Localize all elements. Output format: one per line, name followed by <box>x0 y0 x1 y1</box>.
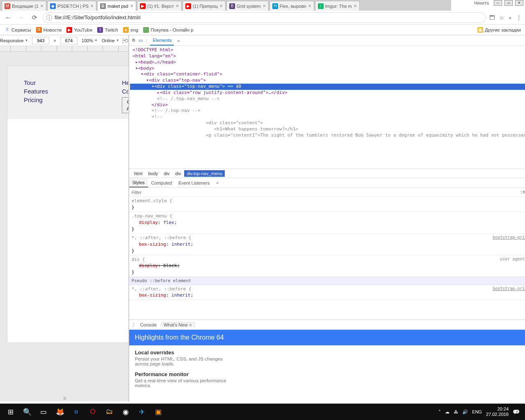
browser-tab[interactable]: ◆PSDETCH | PS✕ <box>47 1 96 11</box>
whatsnew-item-desc: Persist your HTML, CSS, and JS changes a… <box>135 356 233 366</box>
taskview-icon[interactable]: ▭ <box>35 404 52 420</box>
bookmark-apps[interactable]: ⠿Сервисы <box>4 27 31 33</box>
event-listeners-tab[interactable]: Event Listeners <box>175 178 213 187</box>
drawer-tab-whatsnew[interactable]: What's New ✕ <box>161 322 195 327</box>
info-icon[interactable]: i <box>46 15 52 21</box>
bookmark-item[interactable]: ЯНовости <box>36 27 62 33</box>
bookmark-item[interactable]: 🛒Покупка - Онлайн р <box>143 27 193 33</box>
explorer-icon[interactable]: 🗂 <box>101 404 117 420</box>
nav-link-help[interactable]: Help <box>122 78 128 87</box>
whatsnew-item-desc: Get a real-time view of various performa… <box>135 378 233 388</box>
styles-filter-input[interactable] <box>132 190 518 195</box>
tray-onedrive-icon[interactable]: ☁ <box>445 409 450 415</box>
profile-icon[interactable]: ● <box>509 14 512 21</box>
back-button[interactable]: ← <box>3 13 13 23</box>
dom-tree[interactable]: <!DOCTYPE html> <html lang="en"> ▸<head>… <box>129 46 525 169</box>
minimize-button[interactable]: — <box>494 0 502 6</box>
opera-icon[interactable]: O <box>84 404 101 420</box>
youtube-icon: ▶ <box>66 27 72 33</box>
star-bookmark-icon[interactable]: ☆ <box>499 14 504 21</box>
other-bookmarks[interactable]: ▣Другие закладки <box>477 27 521 33</box>
url-input[interactable] <box>55 14 482 21</box>
brand-logo: NEWPROVIDENCE <box>24 69 128 77</box>
edge-icon[interactable]: e <box>68 404 84 420</box>
close-icon[interactable]: ✕ <box>40 4 43 8</box>
chevron-down-icon: ▼ <box>94 39 98 42</box>
search-icon[interactable]: 🔍 <box>19 404 35 420</box>
bookmarks-bar: ⠿Сервисы ЯНовости ▶YouTube tTwitch ●eng … <box>0 25 525 35</box>
chrome-icon[interactable]: ◉ <box>117 404 134 420</box>
maximize-button[interactable]: ▭ <box>504 0 513 6</box>
dom-breadcrumb[interactable]: html body div div div.top-nav_menu <box>129 169 525 178</box>
bookmark-item[interactable]: ●eng <box>123 27 138 33</box>
more-tabs-icon[interactable]: » <box>177 38 180 43</box>
devtools-panel: ⟰ ▭ | Elements » ▲2 ⋮ ✕ <!DOCTYPE html> … <box>129 35 525 402</box>
close-icon[interactable]: ✕ <box>308 4 311 8</box>
browser-tab[interactable]: BGrid system✕ <box>226 1 269 11</box>
more-tabs-icon[interactable]: » <box>213 178 222 187</box>
folder-icon: ▣ <box>477 27 483 33</box>
close-icon[interactable]: ✕ <box>176 4 179 8</box>
menu-icon[interactable]: ⋮ <box>516 14 522 21</box>
start-button[interactable]: ⊞ <box>2 404 19 420</box>
browser-tab[interactable]: ▶(1) Препроц✕ <box>183 1 226 11</box>
forward-button[interactable]: → <box>16 13 26 23</box>
resize-handle-icon[interactable]: ≡ <box>63 395 65 402</box>
bookmark-item[interactable]: tTwitch <box>97 27 118 33</box>
close-icon[interactable]: ✕ <box>262 4 266 8</box>
close-icon[interactable]: ✕ <box>219 4 223 8</box>
drawer-tab-console[interactable]: Console <box>138 322 159 327</box>
chevron-down-icon: ▼ <box>116 39 119 42</box>
computed-tab[interactable]: Computed <box>148 178 176 187</box>
whatsnew-item-title[interactable]: Performance monitor <box>135 371 525 377</box>
device-select[interactable]: Responsive▼ <box>0 38 28 43</box>
styles-tab[interactable]: Styles <box>129 178 148 187</box>
close-icon[interactable]: ✕ <box>189 323 192 327</box>
translate-icon[interactable]: 🗔 <box>489 14 495 21</box>
throttle-select[interactable]: Online▼ <box>102 38 119 43</box>
pseudo-header: Pseudo ::before element <box>129 277 525 285</box>
get-app-button[interactable]: Get App <box>122 97 128 113</box>
action-center-icon[interactable]: 💬6 <box>513 409 518 415</box>
nav-link-features[interactable]: Features <box>24 87 48 96</box>
device-toggle-icon[interactable]: ▭ <box>139 38 143 43</box>
browser-tab[interactable]: MВходящие (1✕ <box>2 1 46 11</box>
news-icon: Я <box>36 27 42 33</box>
more-icon[interactable]: ⋮ <box>120 37 126 44</box>
reload-button[interactable]: ⟳ <box>30 13 39 23</box>
drawer-menu-icon[interactable]: ⋮ <box>132 322 136 327</box>
close-icon[interactable]: ✕ <box>354 4 357 8</box>
tray-chevron-icon[interactable]: ˄ <box>438 409 441 415</box>
bookmark-item[interactable]: ▶YouTube <box>66 27 92 33</box>
zoom-select[interactable]: 100%▼ <box>82 38 98 43</box>
browser-tab[interactable]: iImgur: The m✕ <box>315 1 360 11</box>
hov-toggle[interactable]: :hov <box>520 189 525 195</box>
whatsnew-item-title[interactable]: Local overrides <box>135 349 525 356</box>
close-icon[interactable]: ✕ <box>90 4 94 8</box>
browser-tab[interactable]: ▶(1) #1. Верст✕ <box>137 1 182 11</box>
firefox-icon[interactable]: 🦊 <box>52 404 68 420</box>
windows-taskbar: ⊞ 🔍 ▭ 🦊 e O 🗂 ◉ ✈ ▣ ˄ ☁ 🖧 🔊 ENG 20:24 27… <box>0 404 525 420</box>
sublime-icon[interactable]: ▣ <box>150 404 167 420</box>
address-bar[interactable]: i <box>43 12 486 23</box>
tray-clock[interactable]: 20:24 27.02.2018 <box>486 406 509 417</box>
styles-pane[interactable]: element.style { } main.css:5 .top-nav_me… <box>129 197 525 320</box>
close-window-button[interactable]: ✕ <box>515 0 523 6</box>
nav-link-contacts[interactable]: Contacts <box>122 87 128 96</box>
height-input[interactable] <box>60 37 78 44</box>
inspect-icon[interactable]: ⟰ <box>132 38 135 43</box>
nav-link-tour[interactable]: Tour <box>24 78 48 87</box>
browser-tab-active[interactable]: 🗎maket psd✕ <box>97 1 136 11</box>
telegram-icon[interactable]: ✈ <box>134 404 150 420</box>
folder-icon: ● <box>123 27 129 33</box>
close-icon[interactable]: ✕ <box>130 4 133 8</box>
width-input[interactable] <box>32 37 49 44</box>
devtools-drawer: ⋮ Console What's New ✕ ✕ Highlights from… <box>129 320 525 402</box>
tray-volume-icon[interactable]: 🔊 <box>462 409 468 415</box>
browser-tab[interactable]: HFlex, выровн✕ <box>269 1 314 11</box>
tray-lang[interactable]: ENG <box>472 409 482 414</box>
tray-network-icon[interactable]: 🖧 <box>454 409 458 414</box>
nav-link-pricing[interactable]: Pricing <box>24 96 48 104</box>
devtools-tab-elements[interactable]: Elements <box>150 35 174 46</box>
selected-dom-node[interactable]: ⋯ ▾<div class="top-nav_menu"> == $0 <box>130 84 525 90</box>
